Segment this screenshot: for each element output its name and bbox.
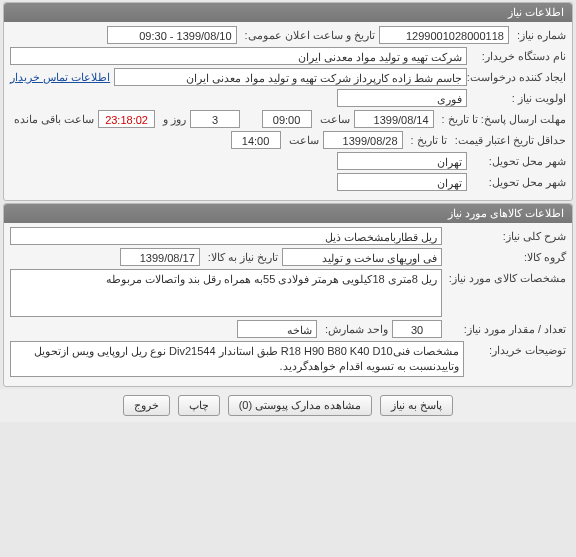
need-no-value: 1299001028000118 bbox=[379, 26, 509, 44]
reply-deadline-label: مهلت ارسال پاسخ: تا تاریخ : bbox=[438, 113, 566, 126]
unit-value: شاخه bbox=[237, 320, 317, 338]
item-spec-value: ریل 8متری 18کیلویی هرمتر فولادی 55به همر… bbox=[10, 269, 442, 317]
action-bar: پاسخ به نیاز مشاهده مدارک پیوستی (0) چاپ… bbox=[0, 389, 576, 422]
buyer-notes-value: مشخصات فنیR18 H90 B80 K40 D10 طبق استاند… bbox=[10, 341, 464, 377]
buyer-contact-link[interactable]: اطلاعات تماس خریدار bbox=[10, 71, 110, 84]
group-value: فی اوریهای ساخت و تولید bbox=[282, 248, 442, 266]
delivery-city2-label: شهر محل تحویل: bbox=[471, 176, 566, 189]
public-datetime-label: تاریخ و ساعت اعلان عمومی: bbox=[241, 29, 375, 42]
days-remaining: 3 bbox=[190, 110, 240, 128]
group-label: گروه کالا: bbox=[446, 251, 566, 264]
delivery-city-label: شهر محل تحویل: bbox=[471, 155, 566, 168]
countdown-timer: 23:18:02 bbox=[98, 110, 155, 128]
items-info-panel: اطلاعات کالاهای مورد نیاز شرح کلی نیاز: … bbox=[3, 203, 573, 387]
buyer-label: نام دستگاه خریدار: bbox=[471, 50, 566, 63]
countdown-label: ساعت باقی مانده bbox=[10, 113, 94, 126]
buyer-value: شرکت تهیه و تولید مواد معدنی ایران bbox=[10, 47, 467, 65]
main-desc-value: ریل قطاربامشخصات ذیل bbox=[10, 227, 442, 245]
time-label-2: ساعت bbox=[285, 134, 319, 147]
attachments-button[interactable]: مشاهده مدارک پیوستی (0) bbox=[228, 395, 373, 416]
need-info-body: شماره نیاز: 1299001028000118 تاریخ و ساع… bbox=[4, 22, 572, 200]
price-validity-to-label: تا تاریخ : bbox=[407, 134, 447, 147]
buyer-notes-label: توضیحات خریدار: bbox=[468, 341, 566, 357]
need-date-value: 1399/08/17 bbox=[120, 248, 200, 266]
item-spec-label: مشخصات کالای مورد نیاز: bbox=[446, 269, 566, 285]
reply-deadline-date: 1399/08/14 bbox=[354, 110, 434, 128]
reply-deadline-time: 09:00 bbox=[262, 110, 312, 128]
delivery-city-value: تهران bbox=[337, 152, 467, 170]
need-date-label: تاریخ نیاز به کالا: bbox=[204, 251, 278, 264]
need-info-panel: اطلاعات نیاز شماره نیاز: 129900102800011… bbox=[3, 2, 573, 201]
items-info-header: اطلاعات کالاهای مورد نیاز bbox=[4, 204, 572, 223]
delivery-city2-value: تهران bbox=[337, 173, 467, 191]
items-info-body: شرح کلی نیاز: ریل قطاربامشخصات ذیل گروه … bbox=[4, 223, 572, 386]
need-no-label: شماره نیاز: bbox=[513, 29, 566, 42]
price-validity-time: 14:00 bbox=[231, 131, 281, 149]
main-desc-label: شرح کلی نیاز: bbox=[446, 230, 566, 243]
exit-button[interactable]: خروج bbox=[123, 395, 170, 416]
unit-label: واحد شمارش: bbox=[321, 323, 388, 336]
qty-value: 30 bbox=[392, 320, 442, 338]
public-datetime-value: 1399/08/10 - 09:30 bbox=[107, 26, 237, 44]
price-validity-label: حداقل تاریخ اعتبار قیمت: bbox=[451, 134, 566, 147]
time-label-1: ساعت bbox=[316, 113, 350, 126]
print-button[interactable]: چاپ bbox=[178, 395, 220, 416]
requester-label: ایجاد کننده درخواست: bbox=[471, 71, 566, 84]
priority-value: فوری bbox=[337, 89, 467, 107]
priority-label: اولویت نیاز : bbox=[471, 92, 566, 105]
reply-button[interactable]: پاسخ به نیاز bbox=[380, 395, 453, 416]
days-remaining-label: روز و bbox=[159, 113, 186, 126]
qty-label: تعداد / مقدار مورد نیاز: bbox=[446, 323, 566, 336]
price-validity-date: 1399/08/28 bbox=[323, 131, 403, 149]
requester-value: جاسم شط زاده کارپرداز شرکت تهیه و تولید … bbox=[114, 68, 467, 86]
need-info-header: اطلاعات نیاز bbox=[4, 3, 572, 22]
